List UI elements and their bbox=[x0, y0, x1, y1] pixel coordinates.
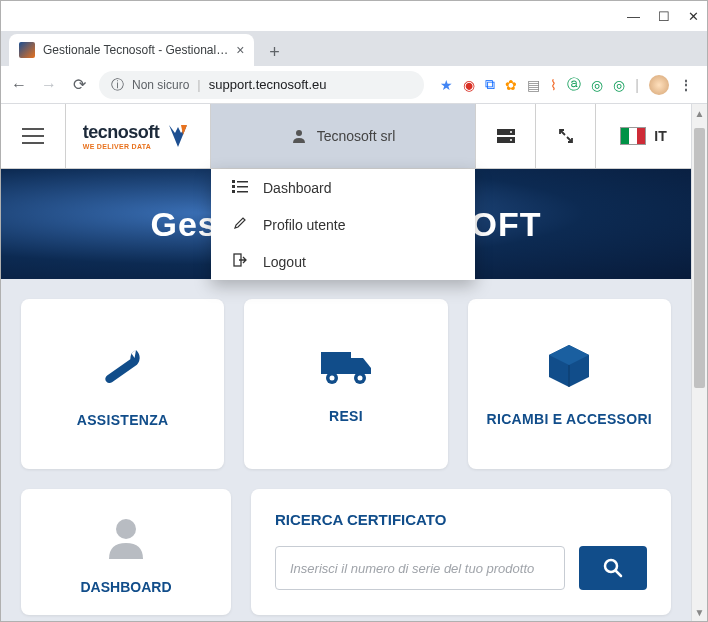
svg-point-2 bbox=[296, 130, 302, 136]
menu-toggle-button[interactable] bbox=[1, 104, 66, 168]
main-cards-row: ASSISTENZA RESI RICAMBI E ACCESSORI bbox=[1, 279, 691, 489]
browser-tab[interactable]: Gestionale Tecnosoft - Gestional… × bbox=[9, 34, 254, 66]
extension-icons: ★ ◉ ⧉ ✿ ▤ ⌇ ⓐ ◎ ◎ | ⋮ bbox=[434, 75, 699, 95]
url-text: support.tecnosoft.eu bbox=[209, 77, 327, 92]
search-icon bbox=[603, 558, 623, 578]
svg-rect-5 bbox=[232, 185, 235, 188]
new-tab-button[interactable]: + bbox=[260, 38, 288, 66]
user-silhouette-icon bbox=[103, 515, 149, 561]
card-label: RESI bbox=[329, 408, 363, 424]
security-label: Non sicuro bbox=[132, 78, 189, 92]
language-selector[interactable]: IT bbox=[596, 104, 691, 168]
server-icon bbox=[497, 129, 515, 143]
extension-icon[interactable]: ◎ bbox=[613, 77, 625, 93]
svg-rect-11 bbox=[497, 137, 515, 143]
logo-tagline: WE DELIVER DATA bbox=[83, 143, 151, 150]
profile-avatar[interactable] bbox=[649, 75, 669, 95]
bookmark-star-icon[interactable]: ★ bbox=[440, 77, 453, 93]
card-assistenza[interactable]: ASSISTENZA bbox=[21, 299, 224, 469]
lower-cards-row: DASHBOARD RICERCA CERTIFICATO bbox=[1, 489, 691, 621]
extension-icon[interactable]: ◎ bbox=[591, 77, 603, 93]
logo-text: tecnosoft bbox=[83, 122, 160, 143]
dropdown-label: Dashboard bbox=[263, 180, 332, 196]
expand-icon bbox=[558, 128, 574, 144]
browser-tabs: Gestionale Tecnosoft - Gestional… × + bbox=[1, 31, 707, 66]
tab-close-button[interactable]: × bbox=[236, 42, 244, 58]
dropdown-item-dashboard[interactable]: Dashboard bbox=[211, 169, 475, 206]
svg-rect-7 bbox=[232, 190, 235, 193]
scroll-up-button[interactable]: ▲ bbox=[692, 104, 707, 122]
dropdown-label: Profilo utente bbox=[263, 217, 346, 233]
window-minimize-button[interactable]: — bbox=[627, 9, 640, 24]
user-dropdown: Dashboard Profilo utente Logout bbox=[211, 169, 475, 280]
rss-icon[interactable]: ⌇ bbox=[550, 77, 557, 93]
svg-point-18 bbox=[357, 376, 362, 381]
svg-point-12 bbox=[510, 131, 512, 133]
card-label: RICAMBI E ACCESSORI bbox=[487, 411, 652, 427]
dropbox-icon[interactable]: ⧉ bbox=[485, 76, 495, 93]
extension-icon[interactable]: ◉ bbox=[463, 77, 475, 93]
svg-point-13 bbox=[510, 139, 512, 141]
box-icon bbox=[544, 341, 594, 391]
nav-back-button[interactable]: ← bbox=[9, 76, 29, 94]
nav-forward-button[interactable]: → bbox=[39, 76, 59, 94]
grid-toggle-button[interactable] bbox=[476, 104, 536, 168]
card-resi[interactable]: RESI bbox=[244, 299, 447, 469]
card-label: ASSISTENZA bbox=[77, 412, 169, 428]
svg-point-16 bbox=[329, 376, 334, 381]
page-content: tecnosoft WE DELIVER DATA Tecnosoft srl … bbox=[1, 104, 707, 621]
fullscreen-button[interactable] bbox=[536, 104, 596, 168]
site-logo[interactable]: tecnosoft WE DELIVER DATA bbox=[66, 104, 211, 168]
svg-rect-8 bbox=[237, 191, 248, 193]
extension-icon[interactable]: ⓐ bbox=[567, 76, 581, 94]
extension-icon[interactable]: ✿ bbox=[505, 77, 517, 93]
window-title-bar: — ☐ ✕ bbox=[1, 1, 707, 31]
card-ricambi[interactable]: RICAMBI E ACCESSORI bbox=[468, 299, 671, 469]
language-code: IT bbox=[654, 128, 666, 144]
svg-rect-14 bbox=[321, 352, 351, 374]
dropdown-label: Logout bbox=[263, 254, 306, 270]
user-menu[interactable]: Tecnosoft srl Dashboard Profilo utente bbox=[211, 104, 476, 168]
svg-rect-10 bbox=[497, 129, 515, 135]
favicon-icon bbox=[19, 42, 35, 58]
card-dashboard[interactable]: DASHBOARD bbox=[21, 489, 231, 615]
svg-rect-3 bbox=[232, 180, 235, 183]
vertical-scrollbar[interactable]: ▲ ▼ bbox=[691, 104, 707, 621]
window-close-button[interactable]: ✕ bbox=[688, 9, 699, 24]
hamburger-icon bbox=[22, 128, 44, 144]
serial-input[interactable] bbox=[275, 546, 565, 590]
svg-line-22 bbox=[616, 571, 621, 576]
scroll-thumb[interactable] bbox=[694, 128, 705, 388]
dashboard-label: DASHBOARD bbox=[81, 579, 172, 595]
truck-icon bbox=[317, 344, 375, 388]
logout-icon bbox=[231, 253, 249, 270]
svg-point-20 bbox=[116, 519, 136, 539]
browser-menu-button[interactable]: ⋮ bbox=[679, 77, 693, 93]
italy-flag-icon bbox=[620, 127, 646, 145]
nav-reload-button[interactable]: ⟳ bbox=[69, 75, 89, 94]
list-icon bbox=[231, 179, 249, 196]
address-bar[interactable]: ⓘ Non sicuro | support.tecnosoft.eu bbox=[99, 71, 424, 99]
site-topbar: tecnosoft WE DELIVER DATA Tecnosoft srl … bbox=[1, 104, 691, 169]
user-icon bbox=[291, 128, 307, 144]
window-maximize-button[interactable]: ☐ bbox=[658, 9, 670, 24]
search-button[interactable] bbox=[579, 546, 647, 590]
scroll-down-button[interactable]: ▼ bbox=[692, 603, 707, 621]
svg-rect-4 bbox=[237, 181, 248, 183]
browser-toolbar: ← → ⟳ ⓘ Non sicuro | support.tecnosoft.e… bbox=[1, 66, 707, 104]
logo-mark-icon bbox=[163, 121, 193, 151]
dropdown-item-profile[interactable]: Profilo utente bbox=[211, 206, 475, 243]
card-search-certificate: RICERCA CERTIFICATO bbox=[251, 489, 671, 615]
extension-icon[interactable]: ▤ bbox=[527, 77, 540, 93]
search-title: RICERCA CERTIFICATO bbox=[275, 511, 647, 528]
tab-title: Gestionale Tecnosoft - Gestional… bbox=[43, 43, 228, 57]
info-icon: ⓘ bbox=[111, 76, 124, 94]
user-name-label: Tecnosoft srl bbox=[317, 128, 396, 144]
svg-rect-6 bbox=[237, 186, 248, 188]
dropdown-item-logout[interactable]: Logout bbox=[211, 243, 475, 280]
wrench-icon bbox=[97, 340, 149, 392]
pencil-icon bbox=[231, 216, 249, 233]
